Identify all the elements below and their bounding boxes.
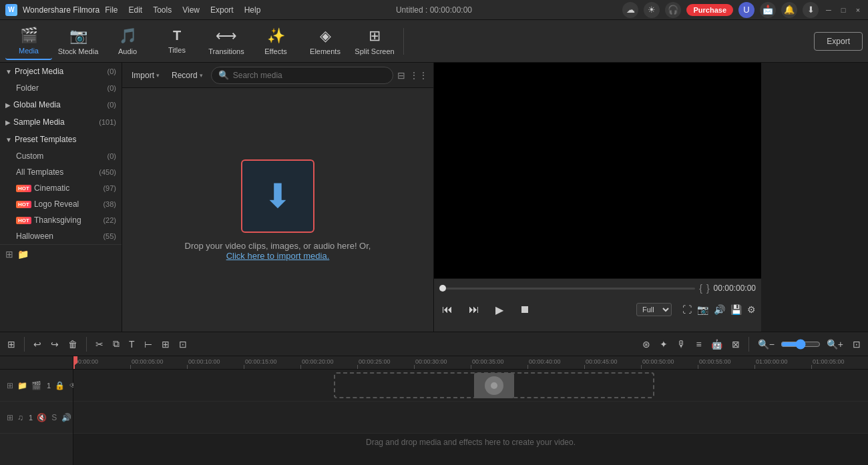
audio-detach-button[interactable]: 🎙 bbox=[674, 336, 690, 352]
scrubber-handle[interactable] bbox=[439, 285, 446, 292]
save-frame-button[interactable]: 💾 bbox=[730, 304, 742, 315]
purchase-button[interactable]: Purchase bbox=[686, 4, 733, 16]
download-button[interactable]: ⬇ bbox=[803, 2, 819, 18]
fit-to-window-button[interactable]: ⊡ bbox=[849, 336, 864, 352]
record-button[interactable]: Record ▾ bbox=[168, 69, 207, 82]
track-v1-folder[interactable]: 📁 bbox=[16, 380, 29, 392]
zoom-in-button[interactable]: 🔍+ bbox=[823, 336, 847, 352]
search-box[interactable]: 🔍 bbox=[211, 67, 393, 84]
sidebar-section-project-media[interactable]: ▼ Project Media (0) bbox=[0, 63, 122, 80]
snap-button[interactable]: ⊛ bbox=[639, 336, 654, 352]
zoom-slider[interactable] bbox=[781, 339, 821, 350]
menu-export[interactable]: Export bbox=[210, 5, 234, 15]
sidebar-item-cinematic[interactable]: HOT Cinematic (97) bbox=[0, 180, 122, 196]
undo-button[interactable]: ↩ bbox=[30, 336, 45, 352]
zoom-out-button[interactable]: 🔍− bbox=[754, 336, 778, 352]
zoom-select[interactable]: Full 75% 50% 25% bbox=[636, 303, 672, 316]
new-folder-icon[interactable]: ⊞ bbox=[5, 249, 13, 260]
menu-edit[interactable]: Edit bbox=[129, 5, 143, 15]
track-a1-volume[interactable]: 🔊 bbox=[60, 412, 73, 424]
import-link[interactable]: Click here to import media. bbox=[226, 251, 330, 261]
track-row-video-1[interactable] bbox=[73, 370, 868, 402]
split-audio-button[interactable]: ⊢ bbox=[141, 336, 156, 352]
toolbar-elements[interactable]: ◈ Elements bbox=[302, 23, 349, 60]
redo-button[interactable]: ↪ bbox=[47, 336, 62, 352]
stop-button[interactable]: ⏹ bbox=[517, 301, 533, 318]
delete-button[interactable]: 🗑 bbox=[65, 336, 81, 352]
sidebar-item-custom[interactable]: Custom (0) bbox=[0, 148, 122, 164]
headset-button[interactable]: 🎧 bbox=[665, 2, 681, 18]
sidebar-item-halloween[interactable]: Halloween (55) bbox=[0, 228, 122, 244]
timeline-tracks[interactable]: 00:00:00 00:00:05:00 00:00:10:00 00:00:1… bbox=[73, 356, 868, 465]
track-v1-lock[interactable]: 🔒 bbox=[53, 380, 66, 392]
timeline-tools-left: ⊞ bbox=[4, 336, 19, 352]
ruler-mark-13: 01:00:05:00 bbox=[811, 358, 868, 369]
minimize-button[interactable]: ─ bbox=[824, 5, 833, 15]
track-row-audio-1[interactable] bbox=[73, 402, 868, 434]
track-a1-solo[interactable]: S bbox=[50, 412, 58, 424]
toolbar-media[interactable]: 🎬 Media bbox=[5, 23, 52, 60]
alert-button[interactable]: 🔔 bbox=[781, 2, 797, 18]
project-media-count: (0) bbox=[107, 67, 116, 75]
sidebar-item-all-templates[interactable]: All Templates (450) bbox=[0, 164, 122, 180]
toolbar-audio[interactable]: 🎵 Audio bbox=[104, 23, 151, 60]
open-folder-icon[interactable]: 📁 bbox=[17, 249, 29, 260]
prev-frame-button[interactable]: ⏭ bbox=[466, 301, 482, 318]
fullscreen-button[interactable]: ⛶ bbox=[682, 304, 692, 315]
left-bracket[interactable]: { bbox=[699, 283, 702, 294]
crop-button[interactable]: T bbox=[126, 336, 138, 352]
play-button[interactable]: ▶ bbox=[493, 301, 506, 319]
sidebar-item-thanksgiving[interactable]: HOT Thanksgiving (22) bbox=[0, 212, 122, 228]
ai-button[interactable]: 🤖 bbox=[708, 336, 726, 352]
track-v1-add[interactable]: ⊞ bbox=[5, 380, 15, 392]
account-button[interactable]: U bbox=[738, 2, 754, 18]
sidebar-section-sample-media[interactable]: ▶ Sample Media (101) bbox=[0, 113, 122, 131]
settings-button[interactable]: ⚙ bbox=[747, 304, 756, 315]
menu-help[interactable]: Help bbox=[244, 5, 261, 15]
maximize-button[interactable]: □ bbox=[839, 5, 848, 15]
stock-icon: 📷 bbox=[69, 27, 87, 45]
toolbar-titles[interactable]: T Titles bbox=[154, 23, 200, 60]
video-track-drop-area[interactable] bbox=[334, 372, 654, 398]
toolbar-transitions[interactable]: ⟷ Transitions bbox=[203, 23, 250, 60]
cloud-button[interactable]: ☁ bbox=[622, 2, 638, 18]
timeline-cursor[interactable] bbox=[73, 356, 75, 369]
notification-button[interactable]: 📩 bbox=[760, 2, 776, 18]
pip-button[interactable]: ⊠ bbox=[728, 336, 743, 352]
export-button[interactable]: Export bbox=[814, 32, 863, 51]
grid-view-icon[interactable]: ⋮⋮ bbox=[409, 70, 428, 81]
audio-button[interactable]: 🔊 bbox=[714, 304, 725, 315]
snapshot-button[interactable]: 📷 bbox=[697, 304, 708, 315]
project-media-label: Project Media bbox=[15, 67, 107, 76]
add-track-button[interactable]: ⊞ bbox=[4, 336, 19, 352]
brightness-button[interactable]: ☀ bbox=[644, 2, 660, 18]
sidebar-item-folder[interactable]: Folder (0) bbox=[0, 80, 122, 96]
cut-button[interactable]: ✂ bbox=[92, 336, 107, 352]
custom-label: Custom bbox=[16, 151, 107, 161]
magnet-button[interactable]: ✦ bbox=[656, 336, 671, 352]
menu-file[interactable]: File bbox=[105, 5, 118, 15]
preset-templates-label: Preset Templates bbox=[15, 135, 116, 144]
preview-scrubber[interactable] bbox=[439, 288, 695, 290]
toolbar-effects[interactable]: ✨ Effects bbox=[252, 23, 299, 60]
import-button[interactable]: Import ▾ bbox=[128, 69, 164, 82]
menu-view[interactable]: View bbox=[182, 5, 200, 15]
search-icon: 🔍 bbox=[218, 70, 229, 80]
copy-button[interactable]: ⧉ bbox=[110, 336, 123, 352]
sidebar-item-logo-reveal[interactable]: HOT Logo Reveal (38) bbox=[0, 196, 122, 212]
search-input[interactable] bbox=[233, 71, 386, 80]
stabilize-button[interactable]: ⊡ bbox=[176, 336, 190, 352]
track-a1-add[interactable]: ⊞ bbox=[5, 412, 15, 424]
right-bracket[interactable]: } bbox=[706, 283, 710, 294]
sidebar-section-global-media[interactable]: ▶ Global Media (0) bbox=[0, 96, 122, 113]
go-to-start-button[interactable]: ⏮ bbox=[439, 301, 455, 318]
sidebar-section-preset-templates[interactable]: ▼ Preset Templates bbox=[0, 131, 122, 148]
track-a1-mute[interactable]: 🔇 bbox=[35, 412, 48, 424]
filter-icon[interactable]: ⊟ bbox=[397, 70, 405, 81]
close-button[interactable]: × bbox=[853, 5, 863, 15]
toolbar-split[interactable]: ⊞ Split Screen bbox=[351, 23, 398, 60]
menu-tools[interactable]: Tools bbox=[153, 5, 172, 15]
subtitle-button[interactable]: ≡ bbox=[692, 336, 704, 352]
align-button[interactable]: ⊞ bbox=[158, 336, 173, 352]
toolbar-stock[interactable]: 📷 Stock Media bbox=[55, 23, 101, 60]
